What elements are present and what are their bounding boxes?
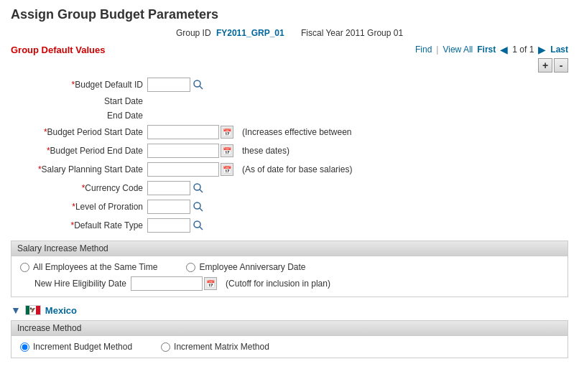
level-of-proration-label: *Level of Proration xyxy=(11,202,147,212)
level-of-proration-input[interactable] xyxy=(147,200,190,214)
increment-budget-label: Increment Budget Method xyxy=(33,342,132,352)
add-row-button[interactable]: + xyxy=(538,58,552,73)
svg-point-6 xyxy=(194,221,200,228)
salary-planning-start-input[interactable] xyxy=(147,162,219,177)
default-rate-type-search-icon[interactable] xyxy=(193,220,204,231)
group-id-label: Group ID xyxy=(176,28,211,38)
nav-separator: | xyxy=(436,45,438,55)
budget-period-end-calendar-icon[interactable]: 📅 xyxy=(221,144,233,157)
svg-line-5 xyxy=(200,208,203,211)
salary-planning-start-calendar-icon[interactable]: 📅 xyxy=(221,163,233,176)
first-link[interactable]: First xyxy=(477,45,496,55)
remove-row-button[interactable]: - xyxy=(554,58,568,73)
hint1-text: (Increases effective between xyxy=(242,127,352,137)
next-arrow[interactable]: ▶ xyxy=(538,44,546,55)
salary-same-time-option: All Employees at the Same Time xyxy=(20,262,157,272)
svg-line-7 xyxy=(200,227,203,230)
budget-period-end-input[interactable] xyxy=(147,144,219,158)
mexico-collapse-arrow[interactable]: ▼ xyxy=(11,304,21,316)
salary-planning-start-row: *Salary Planning Start Date 📅 (As of dat… xyxy=(11,162,568,177)
new-hire-eligibility-input[interactable] xyxy=(131,276,203,291)
view-all-link[interactable]: View All xyxy=(443,45,473,55)
budget-default-id-input[interactable] xyxy=(147,78,190,92)
mexico-section: ▼ 🦅 Mexico Increase Method Increment Bud… xyxy=(11,303,568,358)
start-date-label: Start Date xyxy=(11,96,147,106)
end-date-row: End Date xyxy=(11,110,568,121)
level-of-proration-row: *Level of Proration xyxy=(11,199,568,215)
page-title: Assign Group Budget Parameters xyxy=(11,7,568,22)
increment-matrix-option: Increment Matrix Method xyxy=(161,342,269,352)
svg-point-0 xyxy=(194,80,200,87)
salary-anniversary-label: Employee Anniversary Date xyxy=(199,262,305,272)
prev-arrow[interactable]: ◀ xyxy=(500,44,508,55)
increment-matrix-label: Increment Matrix Method xyxy=(174,342,269,352)
hint3-text: (As of date for base salaries) xyxy=(242,164,352,174)
salary-anniversary-option: Employee Anniversary Date xyxy=(186,262,305,272)
new-hire-row: New Hire Eligibility Date 📅 (Cutoff for … xyxy=(34,276,559,291)
currency-code-row: *Currency Code xyxy=(11,180,568,196)
increment-budget-radio[interactable] xyxy=(20,342,29,352)
svg-point-4 xyxy=(194,202,200,209)
currency-code-search-icon[interactable] xyxy=(193,182,204,194)
mexico-name: Mexico xyxy=(45,305,77,316)
budget-period-start-label: *Budget Period Start Date xyxy=(11,127,147,137)
increase-method-body: Increment Budget Method Increment Matrix… xyxy=(11,336,568,358)
end-date-label: End Date xyxy=(11,111,147,121)
salary-planning-start-label: *Salary Planning Start Date xyxy=(11,164,147,174)
add-remove-buttons: + - xyxy=(11,58,568,73)
find-link[interactable]: Find xyxy=(415,45,432,55)
currency-code-label: *Currency Code xyxy=(11,183,147,193)
budget-period-start-input[interactable] xyxy=(147,125,219,139)
mexico-header: ▼ 🦅 Mexico xyxy=(11,303,568,317)
group-fiscal-desc: Fiscal Year 2011 Group 01 xyxy=(301,28,403,38)
start-date-row: Start Date xyxy=(11,95,568,107)
level-of-proration-search-icon[interactable] xyxy=(193,201,204,213)
budget-default-id-row: *Budget Default ID xyxy=(11,77,568,93)
svg-line-1 xyxy=(200,86,203,89)
increment-matrix-radio[interactable] xyxy=(161,342,170,352)
salary-increase-body: All Employees at the Same Time Employee … xyxy=(11,256,568,297)
section-title: Group Default Values xyxy=(11,45,105,55)
hint2-text: these dates) xyxy=(242,146,290,156)
budget-period-start-calendar-icon[interactable]: 📅 xyxy=(221,126,233,139)
form-section: *Budget Default ID Start Date End Date *… xyxy=(11,77,568,233)
section-header-bar: Group Default Values Find | View All Fir… xyxy=(11,44,568,55)
budget-period-end-label: *Budget Period End Date xyxy=(11,146,147,156)
nav-controls: Find | View All First ◀ 1 of 1 ▶ Last xyxy=(415,44,568,55)
last-link[interactable]: Last xyxy=(550,45,568,55)
salary-increase-radio-group: All Employees at the Same Time Employee … xyxy=(20,262,559,272)
page-container: Assign Group Budget Parameters Group ID … xyxy=(0,0,579,392)
svg-line-3 xyxy=(200,190,203,192)
budget-period-end-row: *Budget Period End Date 📅 these dates) xyxy=(11,143,568,159)
budget-default-id-label: *Budget Default ID xyxy=(11,80,147,90)
default-rate-type-label: *Default Rate Type xyxy=(11,220,147,230)
currency-code-input[interactable] xyxy=(147,181,190,195)
salary-increase-box: Salary Increase Method All Employees at … xyxy=(11,241,568,297)
increase-method-box: Increase Method Increment Budget Method … xyxy=(11,320,568,358)
group-id-bar: Group ID FY2011_GRP_01 Fiscal Year 2011 … xyxy=(11,28,568,38)
salary-same-time-radio[interactable] xyxy=(20,263,29,272)
new-hire-calendar-icon[interactable]: 📅 xyxy=(204,277,217,290)
salary-same-time-label: All Employees at the Same Time xyxy=(33,262,157,272)
increment-budget-option: Increment Budget Method xyxy=(20,342,132,352)
default-rate-type-row: *Default Rate Type xyxy=(11,218,568,233)
default-rate-type-input[interactable] xyxy=(147,218,190,233)
budget-default-id-search-icon[interactable] xyxy=(193,79,204,90)
svg-point-2 xyxy=(194,184,200,190)
salary-anniversary-radio[interactable] xyxy=(186,263,195,272)
budget-period-start-row: *Budget Period Start Date 📅 (Increases e… xyxy=(11,124,568,140)
increase-method-header: Increase Method xyxy=(11,321,568,336)
salary-increase-header: Salary Increase Method xyxy=(11,241,568,256)
mexico-flag-icon: 🦅 xyxy=(25,305,41,315)
increase-method-radio-group: Increment Budget Method Increment Matrix… xyxy=(20,342,559,352)
page-info: 1 of 1 xyxy=(512,45,534,55)
group-id-value: FY2011_GRP_01 xyxy=(216,28,284,38)
new-hire-hint: (Cutoff for inclusion in plan) xyxy=(226,279,330,289)
new-hire-label: New Hire Eligibility Date xyxy=(34,279,126,289)
